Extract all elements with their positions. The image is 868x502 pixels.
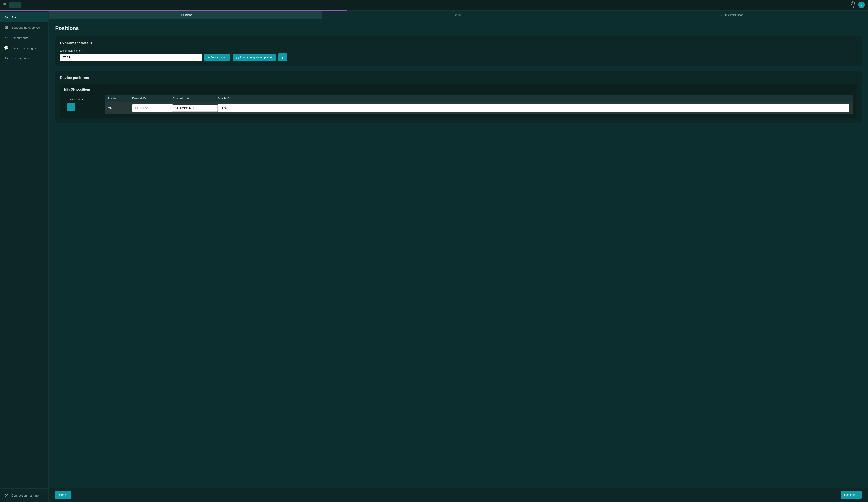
table-header: Position Flow cell ID Flow cell type Sam… [105, 95, 852, 102]
user-avatar[interactable]: L [858, 2, 865, 8]
experiment-name-row: + Join existing ⬚ Load configuration pre… [60, 53, 857, 61]
app-logo [9, 2, 21, 8]
minion-device: MinION Mk1B [64, 95, 105, 114]
step-tabs: 1. Positions 2. Kit 3. Run configuration [49, 11, 868, 20]
continue-label: Continue [844, 493, 856, 496]
sidebar-item-system-messages[interactable]: 💬 System messages [0, 43, 49, 53]
cell-flow-cell-type: FLO-MIN114 ∨ [173, 105, 217, 112]
host-settings-icon: ⚙ [4, 56, 9, 60]
join-existing-label: Join existing [211, 56, 226, 59]
bottom-bar: ‹ Back Continue › [49, 488, 868, 502]
arrow-left-icon: ‹ [59, 493, 60, 497]
back-label: Back [61, 493, 67, 496]
sidebar-label-system-messages: System messages [11, 47, 36, 50]
sidebar-item-host-settings[interactable]: ⚙ Host settings › [0, 53, 49, 63]
device-positions-card: Device positions MinION positions MinION… [55, 71, 861, 123]
load-config-label: Load configuration preset [240, 56, 272, 59]
positions-table: Position Flow cell ID Flow cell type Sam… [105, 95, 852, 114]
tab-kit-label: 2. Kit [455, 13, 461, 17]
arrow-right-icon: › [857, 493, 858, 497]
system-messages-icon: 💬 [4, 46, 9, 50]
sidebar-item-start[interactable]: ⊙ Start [0, 12, 49, 22]
continue-button[interactable]: Continue › [841, 491, 861, 499]
hamburger-menu-icon[interactable]: ☰ [3, 3, 7, 7]
experiment-details-card: Experiment details Experiment name * + J… [55, 36, 861, 66]
load-config-preset-button[interactable]: ⬚ Load configuration preset [232, 54, 276, 61]
minion-device-name: MinION Mk1B [67, 98, 101, 101]
col-sample-id: Sample ID [217, 97, 849, 100]
sidebar-label-connection-manager: Connection manager [11, 494, 40, 497]
main-content: Positions Experiment details Experiment … [49, 20, 868, 488]
load-config-icon: ⬚ [236, 56, 239, 59]
more-options-button[interactable]: ⋮ [278, 53, 287, 61]
col-position: Position [108, 97, 132, 100]
tab-positions[interactable]: 1. Positions [49, 11, 322, 19]
sidebar-item-sequencing-overview[interactable]: ⊞ Sequencing overview [0, 22, 49, 32]
sidebar-label-sequencing-overview: Sequencing overview [11, 26, 40, 29]
sidebar-label-host-settings: Host settings [11, 57, 29, 60]
table-row: MN FLO-MIN114 ∨ [105, 102, 852, 114]
topbar-left: ☰ [3, 2, 21, 8]
device-positions-title: Device positions [60, 76, 857, 80]
cell-position: MN [108, 106, 132, 110]
cell-flow-cell-id [132, 104, 173, 112]
chevron-right-icon: › [44, 57, 44, 60]
sidebar: ⊙ Start ⊞ Sequencing overview 〜 Experime… [0, 11, 49, 502]
flow-cell-type-select[interactable]: FLO-MIN114 ∨ [173, 105, 217, 112]
topbar-right: ? Help L [850, 1, 865, 8]
help-button[interactable]: ? Help [850, 1, 855, 8]
help-label: Help [850, 6, 855, 8]
minion-device-icon [67, 103, 75, 111]
more-icon: ⋮ [281, 55, 284, 59]
experiment-name-label: Experiment name * [60, 49, 857, 52]
col-flow-cell-id: Flow cell ID [132, 97, 173, 100]
flow-cell-type-value: FLO-MIN114 [175, 106, 192, 110]
sidebar-label-experiments: Experiments [11, 36, 28, 40]
help-icon: ? [851, 1, 855, 6]
topbar: ☰ ? Help L [0, 0, 868, 10]
experiments-icon: 〜 [4, 35, 9, 40]
col-flow-cell-type: Flow cell type [173, 97, 217, 100]
cell-sample-id [217, 104, 849, 112]
page-title: Positions [55, 25, 861, 31]
main-layout: ⊙ Start ⊞ Sequencing overview 〜 Experime… [0, 11, 868, 502]
tab-positions-label: 1. Positions [178, 13, 192, 17]
sidebar-item-experiments[interactable]: 〜 Experiments [0, 32, 49, 43]
join-existing-button[interactable]: + Join existing [204, 54, 230, 61]
flow-cell-id-input[interactable] [132, 104, 173, 112]
sample-id-input[interactable] [217, 104, 849, 112]
tab-run-configuration[interactable]: 3. Run configuration [595, 11, 868, 19]
tab-run-configuration-label: 3. Run configuration [720, 13, 743, 17]
tab-kit[interactable]: 2. Kit [322, 11, 595, 19]
minion-layout: MinION Mk1B Position Flow cell ID Flow c… [64, 95, 852, 114]
start-icon: ⊙ [4, 15, 9, 20]
back-button[interactable]: ‹ Back [55, 491, 71, 499]
sidebar-bottom: ⚒ Connection manager [0, 489, 49, 502]
sidebar-item-connection-manager[interactable]: ⚒ Connection manager [0, 490, 49, 500]
table-body: MN FLO-MIN114 ∨ [105, 102, 852, 114]
plus-icon: + [208, 56, 210, 59]
sidebar-label-start: Start [11, 16, 18, 19]
experiment-details-title: Experiment details [60, 41, 857, 45]
minion-positions-title: MinION positions [64, 88, 852, 91]
sequencing-overview-icon: ⊞ [4, 25, 9, 30]
connection-manager-icon: ⚒ [4, 493, 9, 498]
minion-positions-card: MinION positions MinION Mk1B Position Fl… [60, 84, 857, 119]
required-star: * [82, 49, 83, 52]
chevron-down-icon: ∨ [193, 107, 195, 110]
experiment-name-input[interactable] [60, 53, 202, 61]
sidebar-nav: ⊙ Start ⊞ Sequencing overview 〜 Experime… [0, 11, 49, 489]
